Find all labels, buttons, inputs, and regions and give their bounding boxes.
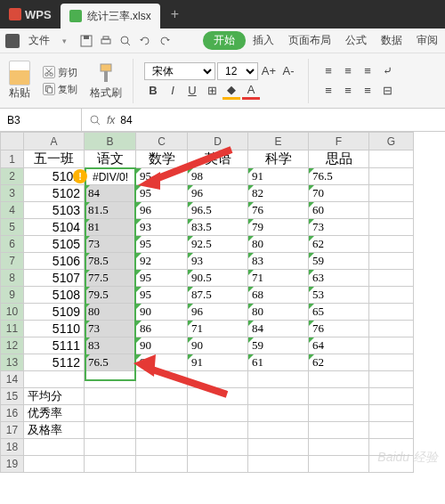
print-icon[interactable] [99,34,113,48]
cell[interactable]: 96 [136,202,188,219]
cell[interactable] [136,456,188,473]
cell[interactable]: 80 [248,304,309,321]
cell[interactable]: 62 [309,354,369,371]
row-header[interactable]: 9 [1,287,24,304]
cell[interactable]: 62 [309,236,369,253]
col-header-D[interactable]: D [188,133,248,150]
cell[interactable] [136,371,188,388]
cell[interactable]: 5103 [24,202,85,219]
cell[interactable] [188,388,248,405]
font-increase-button[interactable]: A+ [260,62,278,80]
cell[interactable]: 53 [309,287,369,304]
cell[interactable]: 95 [136,287,188,304]
row-header[interactable]: 16 [1,405,24,422]
cell[interactable]: 科学 [248,150,309,168]
align-left-button[interactable]: ≡ [320,82,337,100]
cell[interactable]: 91 [188,354,248,371]
cell[interactable] [188,439,248,456]
cell[interactable]: 91 [248,168,309,185]
fx-icon[interactable]: fx [107,114,115,126]
row-header[interactable]: 19 [1,456,24,473]
wrap-button[interactable]: ⤶ [378,62,396,80]
cell[interactable]: 64 [309,337,369,354]
grid[interactable]: A B C D E F G 1 五一班 语文 数学 英语 科学 思品 2 510… [0,132,414,473]
row-header[interactable]: 5 [1,219,24,236]
cell[interactable]: 5105 [24,236,85,253]
border-button[interactable]: ⊞ [203,82,221,100]
cell[interactable] [309,422,369,439]
cell[interactable]: 84 [85,185,136,202]
cell[interactable]: 76 [248,202,309,219]
cell[interactable] [369,168,414,185]
tab-start[interactable]: 开始 [203,31,246,50]
cell[interactable]: 61 [248,354,309,371]
align-bot-button[interactable]: ≡ [359,62,376,80]
undo-icon[interactable] [138,34,152,48]
row-header[interactable]: 3 [1,185,24,202]
cell[interactable] [369,304,414,321]
cell[interactable]: 95 [136,270,188,287]
col-header-G[interactable]: G [369,133,414,150]
cell[interactable]: 81.5 [85,202,136,219]
cell[interactable]: 95 [136,168,188,185]
cell[interactable] [248,456,309,473]
cell[interactable]: 71 [248,270,309,287]
cell[interactable]: 70 [309,185,369,202]
file-menu[interactable]: 文件 [21,33,57,48]
cell[interactable] [369,354,414,371]
row-header[interactable]: 18 [1,439,24,456]
select-all-corner[interactable] [1,133,24,150]
tab-layout[interactable]: 页面布局 [281,33,338,48]
cell[interactable] [136,439,188,456]
tab-data[interactable]: 数据 [374,33,409,48]
cell[interactable]: 73 [85,321,136,337]
cell[interactable] [85,439,136,456]
cell[interactable]: 82 [248,185,309,202]
cell[interactable] [188,371,248,388]
cell[interactable] [24,456,85,473]
cell[interactable]: 71 [188,321,248,337]
cell[interactable] [369,185,414,202]
cell[interactable]: 98 [188,168,248,185]
file-tab[interactable]: 统计三率.xlsx [61,4,160,28]
cell[interactable] [309,456,369,473]
cell[interactable]: 92 [136,253,188,270]
align-top-button[interactable]: ≡ [320,62,337,80]
cut-button[interactable]: 剪切 [41,65,79,80]
cell[interactable]: 83 [85,337,136,354]
cell[interactable]: 96 [188,185,248,202]
cell[interactable] [309,439,369,456]
cell[interactable]: 81 [85,219,136,236]
cell[interactable]: 5107 [24,270,85,287]
cell[interactable]: 76 [309,321,369,337]
cell[interactable] [24,439,85,456]
cell[interactable] [369,371,414,388]
cell[interactable]: 5106 [24,253,85,270]
cell[interactable]: 90 [136,304,188,321]
redo-icon[interactable] [158,34,172,48]
font-decrease-button[interactable]: A- [279,62,297,80]
fill-color-button[interactable]: ◆ [222,82,240,100]
cell[interactable] [85,456,136,473]
cell[interactable]: 95 [136,185,188,202]
formula-input[interactable] [120,114,254,126]
tab-review[interactable]: 审阅 [409,33,445,48]
row-header[interactable]: 11 [1,321,24,337]
row-header[interactable]: 2 [1,168,24,185]
cell[interactable] [369,321,414,337]
cell[interactable]: 92.5 [188,236,248,253]
spreadsheet[interactable]: A B C D E F G 1 五一班 语文 数学 英语 科学 思品 2 510… [0,132,445,473]
cell[interactable]: 五一班 [24,150,85,168]
cell[interactable] [85,422,136,439]
cell[interactable]: 96 [188,304,248,321]
cell[interactable] [369,219,414,236]
col-header-A[interactable]: A [24,133,85,150]
cell[interactable] [136,405,188,422]
cell[interactable] [369,253,414,270]
font-color-button[interactable]: A [242,82,260,100]
align-mid-button[interactable]: ≡ [339,62,357,80]
cell[interactable]: 80 [85,304,136,321]
merge-button[interactable]: ⊟ [378,82,396,100]
cell[interactable]: 78.5 [85,253,136,270]
cell[interactable]: 63 [309,270,369,287]
